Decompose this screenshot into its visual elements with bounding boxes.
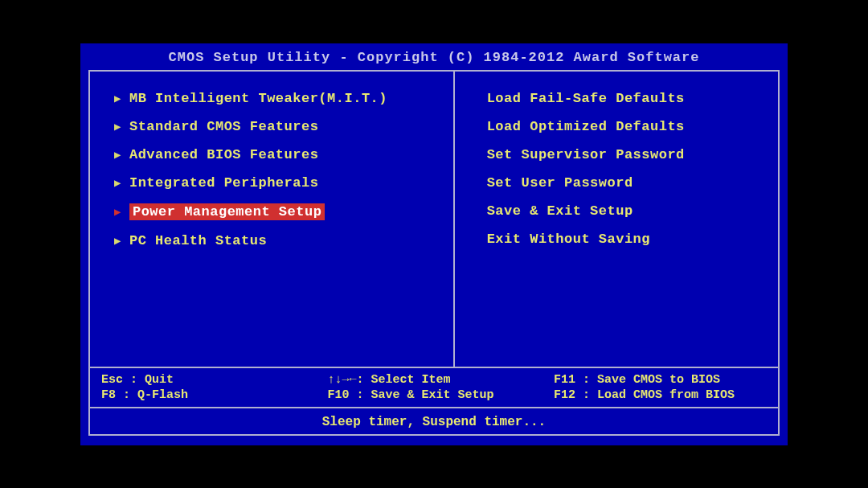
key-hint-f10: F10 : Save & Exit Setup — [328, 388, 555, 402]
menu-item-load-failsafe[interactable]: Load Fail-Safe Defaults — [487, 91, 770, 106]
key-hint-f8: F8 : Q-Flash — [101, 388, 328, 402]
triangle-right-icon: ▶ — [114, 148, 121, 162]
triangle-right-icon: ▶ — [114, 234, 121, 248]
footer-keys: Esc : Quit F8 : Q-Flash ↑↓→←: Select Ite… — [90, 368, 778, 407]
menu-item-power-management[interactable]: ▶ Power Management Setup — [114, 203, 445, 220]
bios-screen: CMOS Setup Utility - Copyright (C) 1984-… — [80, 43, 788, 445]
main-box: ▶ MB Intelligent Tweaker(M.I.T.) ▶ Stand… — [88, 70, 780, 436]
menu-item-supervisor-password[interactable]: Set Supervisor Password — [487, 147, 770, 162]
triangle-right-icon: ▶ — [114, 92, 121, 105]
menu-item-standard-cmos[interactable]: ▶ Standard CMOS Features — [114, 119, 445, 134]
triangle-right-icon: ▶ — [114, 205, 121, 219]
footer: Esc : Quit F8 : Q-Flash ↑↓→←: Select Ite… — [90, 367, 778, 434]
key-hint-f12: F12 : Load CMOS from BIOS — [554, 388, 767, 402]
menu-item-exit-no-save[interactable]: Exit Without Saving — [487, 232, 770, 247]
key-hint-arrows: ↑↓→←: Select Item — [328, 373, 555, 387]
main-area: ▶ MB Intelligent Tweaker(M.I.T.) ▶ Stand… — [90, 72, 778, 367]
menu-item-advanced-bios[interactable]: ▶ Advanced BIOS Features — [114, 147, 445, 162]
page-title: CMOS Setup Utility - Copyright (C) 1984-… — [88, 50, 780, 65]
footer-left-col: Esc : Quit F8 : Q-Flash — [101, 373, 328, 404]
menu-item-user-password[interactable]: Set User Password — [487, 175, 770, 191]
menu-label: MB Intelligent Tweaker(M.I.T.) — [129, 91, 387, 106]
menu-label: PC Health Status — [129, 233, 267, 248]
menu-label: Integrated Peripherals — [129, 175, 318, 191]
menu-item-load-optimized[interactable]: Load Optimized Defaults — [487, 119, 770, 134]
key-hint-esc: Esc : Quit — [101, 373, 328, 387]
key-hint-f11: F11 : Save CMOS to BIOS — [554, 373, 767, 387]
menu-item-pc-health[interactable]: ▶ PC Health Status — [114, 233, 445, 248]
left-menu: ▶ MB Intelligent Tweaker(M.I.T.) ▶ Stand… — [90, 72, 455, 367]
help-text: Sleep timer, Suspend timer... — [90, 407, 778, 434]
menu-item-save-exit[interactable]: Save & Exit Setup — [487, 203, 770, 219]
footer-right-col: F11 : Save CMOS to BIOS F12 : Load CMOS … — [554, 373, 767, 404]
menu-item-mit[interactable]: ▶ MB Intelligent Tweaker(M.I.T.) — [114, 91, 445, 106]
footer-mid-col: ↑↓→←: Select Item F10 : Save & Exit Setu… — [328, 373, 555, 404]
menu-label: Standard CMOS Features — [129, 119, 318, 134]
triangle-right-icon: ▶ — [114, 176, 121, 190]
menu-label: Power Management Setup — [129, 203, 325, 220]
menu-label: Advanced BIOS Features — [129, 147, 318, 162]
right-menu: Load Fail-Safe Defaults Load Optimized D… — [455, 72, 778, 367]
menu-item-integrated-peripherals[interactable]: ▶ Integrated Peripherals — [114, 175, 445, 191]
triangle-right-icon: ▶ — [114, 120, 121, 133]
